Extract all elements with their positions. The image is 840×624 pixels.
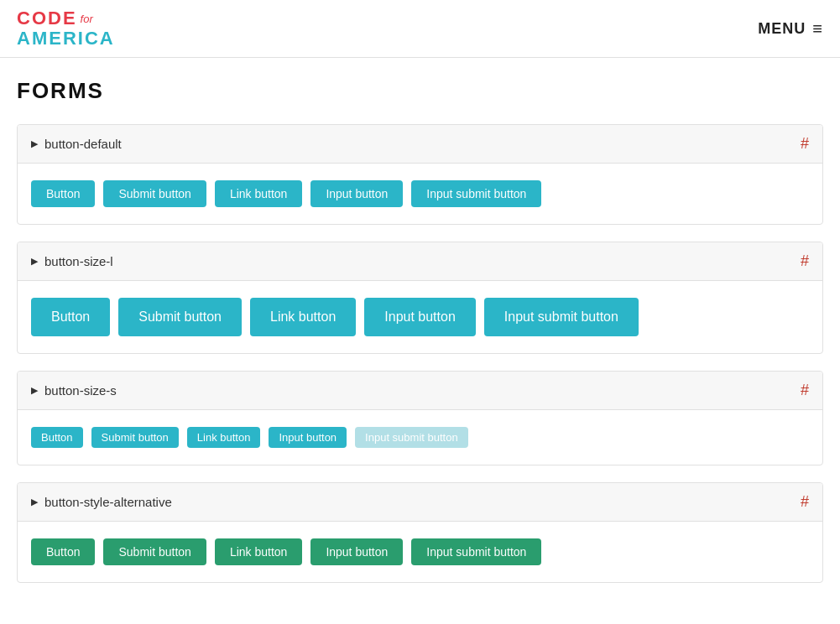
button-input-button[interactable]: Input button bbox=[269, 427, 347, 448]
button-input-button[interactable]: Input button bbox=[364, 298, 476, 336]
section-title-text: button-default bbox=[44, 137, 122, 151]
button-button[interactable]: Button bbox=[31, 180, 95, 207]
site-header: CODE for AMERICA MENU ≡ bbox=[0, 0, 840, 58]
logo-america: AMERICA bbox=[17, 29, 115, 49]
section-header-button-style-alternative: ▶button-style-alternative# bbox=[18, 483, 822, 522]
site-logo: CODE for AMERICA bbox=[17, 8, 115, 49]
section-header-button-size-l: ▶button-size-l# bbox=[18, 242, 822, 281]
section-title-button-default[interactable]: ▶button-default bbox=[31, 137, 122, 151]
sections-container: ▶button-default#ButtonSubmit buttonLink … bbox=[17, 124, 823, 583]
button-link-button[interactable]: Link button bbox=[215, 538, 303, 565]
button-input-submit-button[interactable]: Input submit button bbox=[355, 427, 468, 448]
section-button-style-alternative: ▶button-style-alternative#ButtonSubmit b… bbox=[17, 482, 823, 583]
button-submit-button[interactable]: Submit button bbox=[103, 180, 206, 207]
section-title-button-size-l[interactable]: ▶button-size-l bbox=[31, 254, 113, 268]
button-button[interactable]: Button bbox=[31, 538, 95, 565]
section-body-button-default: ButtonSubmit buttonLink buttonInput butt… bbox=[18, 164, 822, 224]
button-button[interactable]: Button bbox=[31, 298, 110, 336]
section-button-default: ▶button-default#ButtonSubmit buttonLink … bbox=[17, 124, 823, 225]
section-body-button-size-s: ButtonSubmit buttonLink buttonInput butt… bbox=[18, 410, 822, 465]
page-title: FORMS bbox=[17, 78, 823, 104]
section-header-button-size-s: ▶button-size-s# bbox=[18, 372, 822, 410]
button-link-button[interactable]: Link button bbox=[215, 180, 303, 207]
section-title-text: button-style-alternative bbox=[44, 495, 172, 509]
section-anchor-button-size-s[interactable]: # bbox=[801, 382, 809, 399]
button-input-button[interactable]: Input button bbox=[310, 180, 403, 207]
button-button[interactable]: Button bbox=[31, 427, 83, 448]
chevron-right-icon: ▶ bbox=[31, 138, 38, 149]
button-submit-button[interactable]: Submit button bbox=[118, 298, 242, 336]
hamburger-icon: ≡ bbox=[812, 20, 823, 37]
button-input-submit-button[interactable]: Input submit button bbox=[411, 180, 541, 207]
button-input-submit-button[interactable]: Input submit button bbox=[411, 538, 541, 565]
button-submit-button[interactable]: Submit button bbox=[103, 538, 206, 565]
section-anchor-button-size-l[interactable]: # bbox=[801, 252, 809, 270]
section-title-button-size-s[interactable]: ▶button-size-s bbox=[31, 383, 117, 398]
section-button-size-s: ▶button-size-s#ButtonSubmit buttonLink b… bbox=[17, 371, 823, 465]
main-content: FORMS ▶button-default#ButtonSubmit butto… bbox=[0, 58, 840, 620]
chevron-right-icon: ▶ bbox=[31, 256, 38, 267]
button-input-submit-button[interactable]: Input submit button bbox=[484, 298, 639, 336]
menu-button[interactable]: MENU ≡ bbox=[758, 20, 823, 38]
section-title-text: button-size-s bbox=[44, 383, 117, 398]
logo-for: for bbox=[81, 13, 93, 25]
section-anchor-button-default[interactable]: # bbox=[801, 135, 809, 153]
logo-code: CODE bbox=[17, 8, 77, 29]
section-button-size-l: ▶button-size-l#ButtonSubmit buttonLink b… bbox=[17, 242, 823, 354]
section-header-button-default: ▶button-default# bbox=[18, 125, 822, 164]
menu-label: MENU bbox=[758, 20, 806, 38]
section-title-text: button-size-l bbox=[44, 254, 113, 268]
button-link-button[interactable]: Link button bbox=[250, 298, 356, 336]
chevron-right-icon: ▶ bbox=[31, 497, 38, 507]
section-body-button-size-l: ButtonSubmit buttonLink buttonInput butt… bbox=[18, 281, 822, 353]
section-title-button-style-alternative[interactable]: ▶button-style-alternative bbox=[31, 495, 172, 509]
button-input-button[interactable]: Input button bbox=[310, 538, 403, 565]
chevron-right-icon: ▶ bbox=[31, 385, 38, 396]
section-anchor-button-style-alternative[interactable]: # bbox=[801, 493, 809, 511]
button-link-button[interactable]: Link button bbox=[187, 427, 261, 448]
button-submit-button[interactable]: Submit button bbox=[91, 427, 179, 448]
section-body-button-style-alternative: ButtonSubmit buttonLink buttonInput butt… bbox=[18, 522, 822, 582]
